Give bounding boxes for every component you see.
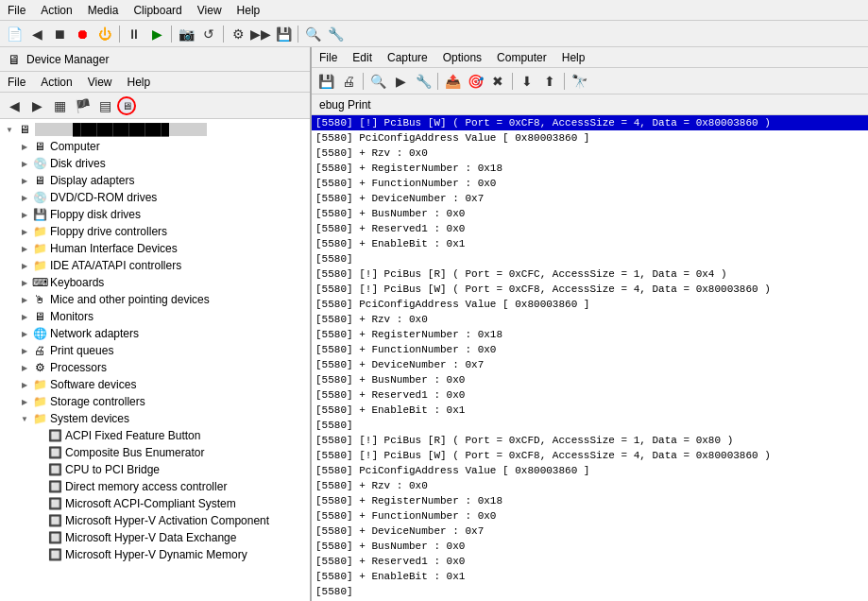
expand-floppydrv[interactable]: ▶ <box>17 224 32 239</box>
expand-monitors[interactable]: ▶ <box>17 309 32 324</box>
log-line: [5580] + DeviceNumber : 0x7 <box>312 357 868 372</box>
debug-menu-edit[interactable]: Edit <box>345 49 380 66</box>
dm-icon: 🖥 <box>8 52 21 67</box>
tree-item-display[interactable]: ▶ 🖥 Display adapters <box>0 172 310 189</box>
toolbar-back[interactable]: ◀ <box>26 24 47 44</box>
tree-item-computer[interactable]: ▶ 🖥 Computer <box>0 138 310 155</box>
toolbar-play[interactable]: ▶ <box>146 24 167 44</box>
debug-btn-go[interactable]: ▶ <box>390 71 411 92</box>
tree-item-monitors[interactable]: ▶ 🖥 Monitors <box>0 308 310 325</box>
menu-help[interactable]: Help <box>230 2 268 19</box>
expand-display[interactable]: ▶ <box>17 173 32 188</box>
expand-root[interactable]: ▼ <box>2 122 17 137</box>
debug-btn-export[interactable]: 📤 <box>442 71 463 92</box>
tree-item-print[interactable]: ▶ 🖨 Print queues <box>0 342 310 359</box>
toolbar-refresh[interactable]: ↺ <box>198 24 219 44</box>
tree-item-disk[interactable]: ▶ 💿 Disk drives <box>0 155 310 172</box>
toolbar-save[interactable]: 💾 <box>273 24 294 44</box>
expand-disk[interactable]: ▶ <box>17 156 32 171</box>
toolbar-pause[interactable]: ⏸ <box>124 24 145 44</box>
dm-menu-file[interactable]: File <box>0 74 33 91</box>
expand-software[interactable]: ▶ <box>17 377 32 392</box>
tree-item-floppy[interactable]: ▶ 💾 Floppy disk drives <box>0 206 310 223</box>
debug-btn-save[interactable]: 💾 <box>315 71 336 92</box>
toolbar-new[interactable]: 📄 <box>4 24 25 44</box>
tree-item-hyperv-data[interactable]: ▶ 🔲 Microsoft Hyper-V Data Exchange <box>0 529 310 546</box>
expand-computer[interactable]: ▶ <box>17 139 32 154</box>
dm-btn-list[interactable]: ▤ <box>94 95 115 116</box>
outer-menubar: File Action Media Clipboard View Help <box>0 0 868 21</box>
dm-menu-help[interactable]: Help <box>120 74 159 91</box>
expand-storage[interactable]: ▶ <box>17 394 32 409</box>
debug-btn-filter[interactable]: 🔧 <box>413 71 434 92</box>
tree-item-network[interactable]: ▶ 🌐 Network adapters <box>0 325 310 342</box>
debug-menu-help[interactable]: Help <box>554 49 593 66</box>
device-manager-tree[interactable]: ▼ 🖥 ████████████ ▶ 🖥 Computer ▶ 💿 Disk d… <box>0 119 310 601</box>
tree-item-dma[interactable]: ▶ 🔲 Direct memory access controller <box>0 478 310 495</box>
dm-titlebar: 🖥 Device Manager <box>0 47 310 72</box>
tree-item-hid[interactable]: ▶ 📁 Human Interface Devices <box>0 240 310 257</box>
label-floppydrv: Floppy drive controllers <box>50 225 167 238</box>
debug-menu-computer[interactable]: Computer <box>489 49 554 66</box>
log-line: [5580] <box>312 584 868 599</box>
menu-action[interactable]: Action <box>33 2 79 19</box>
expand-network[interactable]: ▶ <box>17 326 32 341</box>
tree-item-cpu2pci[interactable]: ▶ 🔲 CPU to PCI Bridge <box>0 461 310 478</box>
tree-item-acpi[interactable]: ▶ 🔲 ACPI Fixed Feature Button <box>0 427 310 444</box>
expand-ide[interactable]: ▶ <box>17 258 32 273</box>
tree-item-software[interactable]: ▶ 📁 Software devices <box>0 376 310 393</box>
debug-btn-up[interactable]: ⬆ <box>539 71 560 92</box>
debug-btn-highlight[interactable]: 🎯 <box>465 71 485 92</box>
debug-sep4 <box>564 73 565 90</box>
tree-item-mice[interactable]: ▶ 🖱 Mice and other pointing devices <box>0 291 310 308</box>
debug-btn-print[interactable]: 🖨 <box>338 71 359 92</box>
debug-btn-down[interactable]: ⬇ <box>517 71 537 92</box>
debug-btn-search[interactable]: 🔍 <box>367 71 388 92</box>
debug-log[interactable]: [5580] [!] PciBus [W] ( Port = 0xCF8, Ac… <box>312 115 868 601</box>
dm-btn-grid[interactable]: ▦ <box>49 95 70 116</box>
debug-btn-clear[interactable]: ✖ <box>487 71 508 92</box>
expand-floppy[interactable]: ▶ <box>17 207 32 222</box>
dm-btn-monitor[interactable]: 🖥 <box>117 96 136 115</box>
tree-item-ide[interactable]: ▶ 📁 IDE ATA/ATAPI controllers <box>0 257 310 274</box>
expand-processors[interactable]: ▶ <box>17 360 32 375</box>
toolbar-record[interactable]: ⏺ <box>72 24 93 44</box>
tree-item-hyperv-act[interactable]: ▶ 🔲 Microsoft Hyper-V Activation Compone… <box>0 512 310 529</box>
toolbar-search[interactable]: 🔍 <box>302 24 323 44</box>
tree-item-system[interactable]: ▼ 📁 System devices <box>0 410 310 427</box>
expand-mice[interactable]: ▶ <box>17 292 32 307</box>
tree-item-root[interactable]: ▼ 🖥 ████████████ <box>0 121 310 138</box>
dm-menu-view[interactable]: View <box>80 74 120 91</box>
menu-clipboard[interactable]: Clipboard <box>126 2 189 19</box>
tree-item-keyboards[interactable]: ▶ ⌨ Keyboards <box>0 274 310 291</box>
tree-item-composite[interactable]: ▶ 🔲 Composite Bus Enumerator <box>0 444 310 461</box>
expand-hid[interactable]: ▶ <box>17 241 32 256</box>
expand-print[interactable]: ▶ <box>17 343 32 358</box>
tree-item-dvd[interactable]: ▶ 💿 DVD/CD-ROM drives <box>0 189 310 206</box>
toolbar-power[interactable]: ⏻ <box>94 24 115 44</box>
tree-item-storage[interactable]: ▶ 📁 Storage controllers <box>0 393 310 410</box>
expand-system[interactable]: ▼ <box>17 411 32 426</box>
dm-btn-forward[interactable]: ▶ <box>26 95 47 116</box>
dm-menu-action[interactable]: Action <box>33 74 79 91</box>
toolbar-forward[interactable]: ▶▶ <box>250 24 271 44</box>
debug-menu-file[interactable]: File <box>312 49 345 66</box>
tree-item-hyperv-dyn[interactable]: ▶ 🔲 Microsoft Hyper-V Dynamic Memory <box>0 546 310 563</box>
dm-btn-flag[interactable]: 🏴 <box>72 95 93 116</box>
debug-menu-options[interactable]: Options <box>435 49 489 66</box>
dm-btn-back[interactable]: ◀ <box>4 95 25 116</box>
debug-btn-binoculars[interactable]: 🔭 <box>569 71 589 92</box>
menu-file[interactable]: File <box>0 2 33 19</box>
tree-item-floppydrv[interactable]: ▶ 📁 Floppy drive controllers <box>0 223 310 240</box>
expand-dvd[interactable]: ▶ <box>17 190 32 205</box>
toolbar-debug-icon[interactable]: 🔧 <box>325 24 346 44</box>
tree-item-processors[interactable]: ▶ ⚙ Processors <box>0 359 310 376</box>
tree-item-msacpi[interactable]: ▶ 🔲 Microsoft ACPI-Compliant System <box>0 495 310 512</box>
debug-menu-capture[interactable]: Capture <box>380 49 435 66</box>
expand-keyboards[interactable]: ▶ <box>17 275 32 290</box>
toolbar-stop[interactable]: ⏹ <box>49 24 70 44</box>
menu-media[interactable]: Media <box>80 2 127 19</box>
menu-view[interactable]: View <box>190 2 230 19</box>
toolbar-settings[interactable]: ⚙ <box>228 24 248 44</box>
toolbar-capture[interactable]: 📷 <box>176 24 196 44</box>
